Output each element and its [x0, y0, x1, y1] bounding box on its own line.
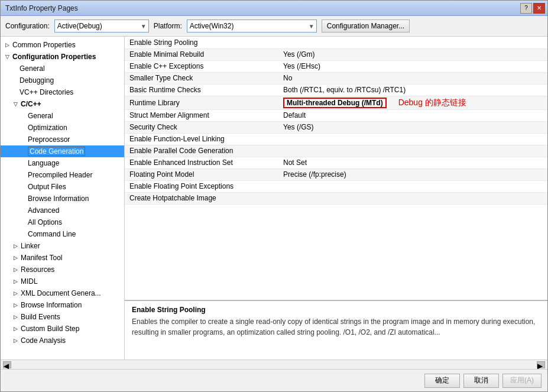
tree-label-cpp-general: General — [28, 112, 53, 120]
title-bar: TxtInfo Property Pages ? ✕ — [1, 1, 547, 16]
tree-arrow-common-properties: ▷ — [3, 41, 11, 49]
sidebar-item-linker[interactable]: ▷Linker — [1, 240, 124, 252]
prop-name-2: Enable C++ Exceptions — [125, 60, 278, 72]
prop-name-10: Enable Enhanced Instruction Set — [125, 157, 278, 169]
sidebar-item-configuration-properties[interactable]: ▽Configuration Properties — [1, 51, 124, 63]
prop-value-7: Yes (/GS) — [278, 121, 547, 133]
sidebar-item-command-line[interactable]: Command Line — [1, 228, 124, 240]
sidebar-item-common-properties[interactable]: ▷Common Properties — [1, 39, 124, 51]
tree-label-optimization: Optimization — [28, 124, 67, 132]
config-label: Configuration: — [5, 22, 50, 30]
prop-value-8 — [278, 133, 547, 145]
tree-label-language: Language — [28, 159, 59, 167]
tree-arrow-configuration-properties: ▽ — [3, 53, 11, 61]
cancel-button[interactable]: 取消 — [463, 374, 499, 388]
platform-label: Platform: — [154, 22, 182, 30]
tree-arrow-cpp: ▽ — [11, 100, 20, 108]
prop-name-7: Security Check — [125, 121, 278, 133]
sidebar-item-language[interactable]: Language — [1, 157, 124, 169]
platform-dropdown[interactable]: Active(Win32) — [187, 20, 317, 33]
properties-table: Enable String PoolingEnable Minimal Rebu… — [125, 37, 547, 300]
right-panel: Enable String PoolingEnable Minimal Rebu… — [125, 37, 547, 359]
prop-value-6: Default — [278, 109, 547, 121]
sidebar-item-vcpp-directories[interactable]: VC++ Directories — [1, 86, 124, 98]
tree-label-debugging: Debugging — [20, 76, 54, 85]
help-button[interactable]: ? — [520, 3, 532, 14]
tree-label-custom-build-step: Custom Build Step — [21, 325, 79, 333]
prop-value-11: Precise (/fp:precise) — [278, 169, 547, 180]
prop-value-3: No — [278, 72, 547, 84]
sidebar-item-precompiled-header[interactable]: Precompiled Header — [1, 169, 124, 181]
prop-row-1: Enable Minimal RebuildYes (/Gm) — [125, 48, 547, 60]
platform-dropdown-wrap: Active(Win32) ▼ — [187, 20, 317, 33]
sidebar-item-optimization[interactable]: Optimization — [1, 122, 124, 134]
tree-label-configuration-properties: Configuration Properties — [12, 53, 96, 61]
tree-arrow-xml-document: ▷ — [11, 289, 20, 297]
selected-box-code-generation: Code Generation — [28, 147, 85, 156]
sidebar-item-midl[interactable]: ▷MIDL — [1, 276, 124, 287]
tree-arrow-midl: ▷ — [11, 277, 20, 286]
sidebar-item-browse-information2[interactable]: ▷Browse Information — [1, 299, 124, 311]
tree-label-precompiled-header: Precompiled Header — [28, 171, 92, 179]
sidebar: ▷Common Properties▽Configuration Propert… — [1, 37, 125, 359]
description-panel: Enable String Pooling Enables the compil… — [125, 300, 547, 359]
tree-label-advanced: Advanced — [28, 206, 59, 215]
sidebar-scroll-right[interactable]: ▶ — [537, 361, 545, 368]
tree-arrow-custom-build-step: ▷ — [11, 325, 20, 333]
title-bar-buttons: ? ✕ — [520, 3, 545, 14]
prop-name-11: Floating Point Model — [125, 169, 278, 180]
sidebar-item-manifest-tool[interactable]: ▷Manifest Tool — [1, 252, 124, 264]
tree-label-cpp: C/C++ — [21, 100, 41, 108]
window-title: TxtInfo Property Pages — [3, 4, 78, 12]
sidebar-item-custom-build-step[interactable]: ▷Custom Build Step — [1, 323, 124, 335]
tree-label-build-events: Build Events — [21, 313, 60, 321]
sidebar-item-debugging[interactable]: Debugging — [1, 74, 124, 86]
tree-arrow-resources: ▷ — [11, 265, 20, 274]
prop-name-3: Smaller Type Check — [125, 72, 278, 84]
apply-button[interactable]: 应用(A) — [502, 374, 541, 388]
sidebar-item-resources[interactable]: ▷Resources — [1, 264, 124, 276]
prop-row-11: Floating Point ModelPrecise (/fp:precise… — [125, 169, 547, 180]
prop-value-0 — [278, 37, 547, 48]
sidebar-item-all-options[interactable]: All Options — [1, 216, 124, 228]
sidebar-item-cpp-general[interactable]: General — [1, 110, 124, 122]
sidebar-item-build-events[interactable]: ▷Build Events — [1, 311, 124, 323]
config-manager-button[interactable]: Configuration Manager... — [322, 20, 410, 33]
prop-value-1: Yes (/Gm) — [278, 48, 547, 60]
prop-name-1: Enable Minimal Rebuild — [125, 48, 278, 60]
sidebar-item-code-analysis[interactable]: ▷Code Analysis — [1, 335, 124, 346]
prop-name-0: Enable String Pooling — [125, 37, 278, 48]
tree-label-common-properties: Common Properties — [12, 41, 76, 49]
sidebar-item-code-generation[interactable]: Code Generation — [1, 145, 124, 157]
prop-name-6: Struct Member Alignment — [125, 109, 278, 121]
prop-name-5: Runtime Library — [125, 96, 278, 109]
prop-name-4: Basic Runtime Checks — [125, 84, 278, 96]
tree-label-vcpp-directories: VC++ Directories — [20, 88, 73, 96]
sidebar-item-general[interactable]: General — [1, 63, 124, 74]
sidebar-item-output-files[interactable]: Output Files — [1, 181, 124, 193]
sidebar-scroll-left[interactable]: ◀ — [3, 361, 11, 368]
tree-label-browse-information2: Browse Information — [21, 301, 82, 309]
sidebar-item-browse-information[interactable]: Browse Information — [1, 193, 124, 205]
close-button[interactable]: ✕ — [533, 3, 545, 14]
sidebar-item-advanced[interactable]: Advanced — [1, 205, 124, 216]
prop-name-12: Enable Floating Point Exceptions — [125, 180, 278, 192]
main-window: TxtInfo Property Pages ? ✕ Configuration… — [0, 0, 548, 392]
prop-value-13 — [278, 192, 547, 204]
prop-name-13: Create Hotpatchable Image — [125, 192, 278, 204]
annotation-text: Debug 的静态链接 — [398, 98, 466, 108]
prop-row-8: Enable Function-Level Linking — [125, 133, 547, 145]
tree-arrow-manifest-tool: ▷ — [11, 254, 20, 262]
tree-arrow-linker: ▷ — [11, 242, 20, 250]
sidebar-item-cpp[interactable]: ▽C/C++ — [1, 98, 124, 110]
tree-label-xml-document: XML Document Genera... — [21, 289, 101, 297]
config-dropdown[interactable]: Active(Debug) — [54, 20, 149, 33]
desc-text: Enables the compiler to create a single … — [132, 316, 540, 338]
sidebar-item-xml-document[interactable]: ▷XML Document Genera... — [1, 287, 124, 299]
sidebar-item-preprocessor[interactable]: Preprocessor — [1, 134, 124, 145]
prop-value-5: Multi-threaded Debug (/MTd)Debug 的静态链接 — [278, 96, 547, 109]
tree-label-midl: MIDL — [21, 277, 38, 286]
ok-button[interactable]: 确定 — [424, 374, 460, 388]
tree-label-general: General — [20, 64, 45, 73]
tree-label-command-line: Command Line — [28, 230, 76, 238]
